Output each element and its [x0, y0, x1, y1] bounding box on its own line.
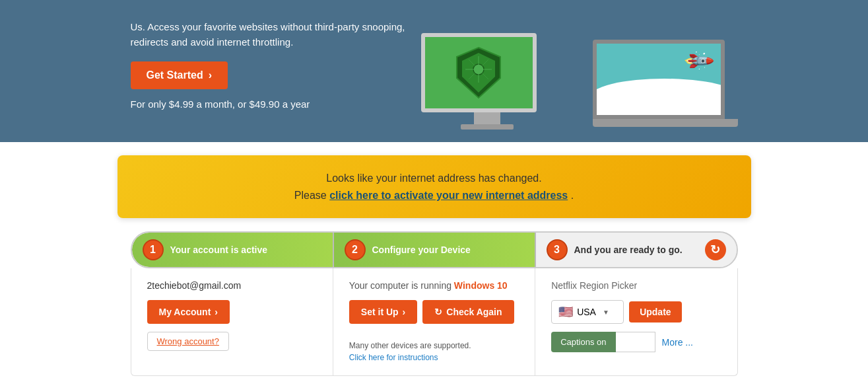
- step-1-number: 1: [143, 239, 164, 260]
- dropdown-arrow-icon: ▼: [603, 309, 609, 316]
- device-note: Many other devices are supported. Click …: [349, 340, 519, 363]
- laptop-base: [593, 119, 738, 127]
- wrong-account-link[interactable]: Wrong account?: [147, 332, 229, 351]
- monitor-illustration: [421, 33, 553, 142]
- shield-svg: [455, 46, 502, 99]
- set-it-up-button[interactable]: Set it Up ›: [349, 300, 417, 324]
- set-it-up-arrow: ›: [403, 307, 406, 317]
- step-2-label: Configure your Device: [372, 245, 471, 255]
- update-button[interactable]: Update: [629, 301, 681, 323]
- get-started-arrow: ›: [209, 69, 212, 81]
- my-account-arrow: ›: [215, 307, 218, 317]
- monitor-screen: [421, 33, 537, 112]
- more-link[interactable]: More ...: [662, 337, 693, 348]
- region-row: 🇺🇸 USA ▼ Update: [551, 300, 721, 324]
- account-email: 2techiebot@gmail.com: [147, 280, 317, 291]
- get-started-label: Get Started: [147, 69, 203, 81]
- rocket-icon: 🚀: [682, 44, 716, 77]
- step-2-number: 2: [345, 239, 366, 260]
- netflix-panel: Netflix Region Picker 🇺🇸 USA ▼ Update Ca…: [535, 268, 737, 375]
- device-panel: Your computer is running Windows 10 Set …: [333, 268, 535, 375]
- device-desc-prefix: Your computer is running: [349, 280, 454, 291]
- notification-banner: Looks like your internet address has cha…: [117, 155, 751, 218]
- step-refresh-button[interactable]: ↻: [705, 239, 726, 260]
- step-3: 3 And you are ready to go. ↻: [535, 233, 737, 267]
- hero-images: 🚀: [421, 13, 738, 142]
- captions-button[interactable]: Captions on: [551, 332, 615, 352]
- step-3-number: 3: [547, 239, 568, 260]
- device-description: Your computer is running Windows 10: [349, 280, 519, 291]
- country-name: USA: [577, 307, 596, 317]
- country-flag: 🇺🇸: [558, 305, 573, 319]
- my-account-label: My Account: [159, 307, 211, 317]
- my-account-button[interactable]: My Account ›: [147, 300, 230, 324]
- step-1: 1 Your account is active: [132, 233, 333, 267]
- device-note-text: Many other devices are supported.: [349, 341, 471, 350]
- content-panels: 2techiebot@gmail.com My Account › Wrong …: [131, 268, 738, 376]
- device-btn-row: Set it Up › ↻ Check Again: [349, 300, 519, 332]
- captions-input[interactable]: [616, 332, 655, 352]
- laptop-screen: 🚀: [593, 40, 725, 119]
- device-instructions-link[interactable]: Click here for instructions: [349, 353, 438, 362]
- step-2: 2 Configure your Device: [333, 233, 535, 267]
- activate-link[interactable]: click here to activate your new internet…: [329, 190, 568, 201]
- laptop-illustration: 🚀: [593, 40, 738, 142]
- hero-price: For only $4.99 a month, or $49.90 a year: [131, 97, 421, 112]
- set-it-up-label: Set it Up: [361, 307, 399, 317]
- check-again-button[interactable]: ↻ Check Again: [422, 300, 514, 324]
- notification-line2: Please click here to activate your new i…: [137, 187, 731, 204]
- hero-description: Us. Access your favorite websites withou…: [131, 20, 421, 50]
- captions-row: Captions on More ...: [551, 332, 721, 352]
- notification-suffix: .: [571, 190, 574, 201]
- notification-line1: Looks like your internet address has cha…: [137, 170, 731, 187]
- check-again-icon: ↻: [434, 307, 442, 317]
- step-3-label: And you are ready to go.: [574, 245, 683, 255]
- notification-prefix: Please: [294, 190, 329, 201]
- monitor-stand: [474, 112, 500, 124]
- get-started-button[interactable]: Get Started ›: [131, 61, 228, 89]
- netflix-panel-title: Netflix Region Picker: [551, 280, 721, 291]
- steps-bar: 1 Your account is active 2 Configure you…: [131, 231, 738, 268]
- hero-text-block: Us. Access your favorite websites withou…: [131, 13, 421, 124]
- check-again-label: Check Again: [446, 307, 502, 317]
- account-panel: 2techiebot@gmail.com My Account › Wrong …: [131, 268, 333, 375]
- country-select[interactable]: 🇺🇸 USA ▼: [551, 300, 624, 324]
- device-os: Windows 10: [454, 280, 508, 291]
- step-1-label: Your account is active: [170, 245, 268, 255]
- monitor-base: [461, 124, 514, 130]
